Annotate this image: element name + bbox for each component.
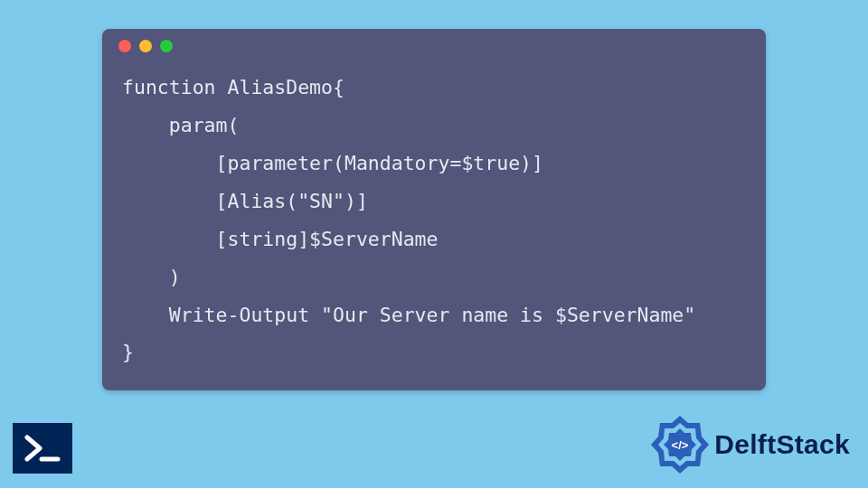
code-line: [Alias("SN")] [122,190,368,212]
powershell-icon [13,423,72,474]
brand-name: DelftStack [714,429,850,460]
window-titlebar [102,29,766,63]
maximize-icon [160,40,173,52]
minimize-icon [139,40,152,52]
svg-text:</>: </> [672,438,689,452]
brand-logo-icon: </> [647,412,712,477]
code-window: function AliasDemo{ param( [parameter(Ma… [102,29,766,390]
code-line: Write-Output "Our Server name is $Server… [122,304,695,326]
code-line: } [122,341,134,363]
code-line: ) [122,266,181,288]
code-line: [string]$ServerName [122,228,439,250]
code-line: function AliasDemo{ [122,76,344,99]
code-content: function AliasDemo{ param( [parameter(Ma… [102,63,766,389]
code-line: param( [122,114,239,136]
brand: </> DelftStack [647,412,850,477]
close-icon [118,40,131,52]
code-line: [parameter(Mandatory=$true)] [122,152,543,174]
